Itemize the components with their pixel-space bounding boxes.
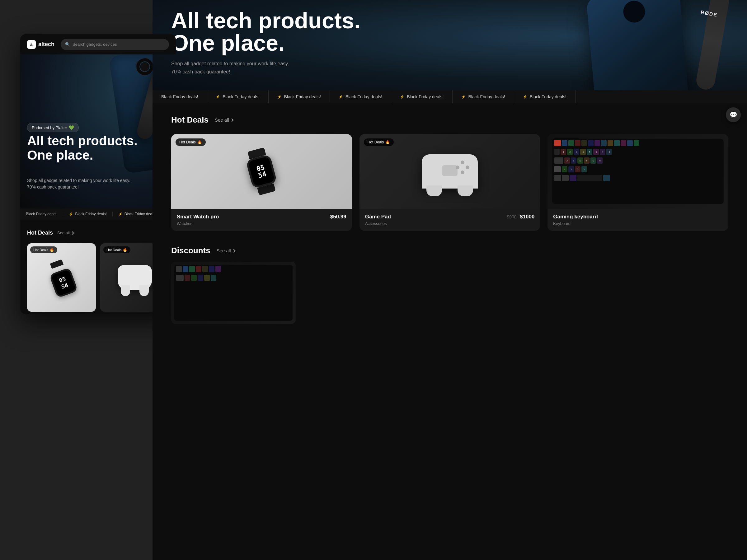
discount-key-5 xyxy=(202,266,208,272)
fire-icon: 🔥 xyxy=(50,248,54,252)
discounts-see-all[interactable]: See all xyxy=(216,248,235,253)
left-see-all[interactable]: See all xyxy=(57,231,74,235)
gamepad-grip-left-lg xyxy=(427,185,442,196)
keyboard-row-1 xyxy=(552,139,724,148)
keyboard-product-category: Keyboard xyxy=(553,221,598,226)
key-a: A xyxy=(564,157,570,164)
right-ticker-item-7: ⚡ Black Friday deals! xyxy=(514,90,575,103)
discounts-title: Discounts xyxy=(171,246,210,256)
watch-price-area: $50.99 xyxy=(330,214,346,220)
left-hot-deals-title: Hot Deals xyxy=(27,230,53,236)
key-x: X xyxy=(568,166,574,172)
right-ticker-5-label: Black Friday deals! xyxy=(407,94,443,99)
hot-deals-section-header: Hot Deals See all xyxy=(171,115,728,125)
right-ticker-bolt-1: ⚡ xyxy=(216,95,220,99)
left-products-row: Hot Deals 🔥 0554 Hot Deals xyxy=(27,243,169,312)
key-c: C xyxy=(575,166,581,172)
key-f7 xyxy=(601,140,607,146)
right-ticker-item-2: ⚡ Black Friday deals! xyxy=(207,90,268,103)
key-f10 xyxy=(621,140,626,146)
gamepad-btn-top xyxy=(461,161,464,164)
gamepad-card-info: Game Pad Accessories $900 $1000 xyxy=(360,209,540,231)
right-ticker-4-label: Black Friday deals! xyxy=(345,94,382,99)
key-5: 5 xyxy=(587,149,592,155)
discount-key-q xyxy=(185,275,190,281)
key-2: 2 xyxy=(567,149,573,155)
key-z: Z xyxy=(562,166,567,172)
gamepad-grip-right xyxy=(139,285,149,296)
watch-name-group: Smart Watch pro Watches xyxy=(177,214,219,226)
watch-hot-badge-text: Hot Deals xyxy=(179,140,196,144)
right-ticker-7-label: Black Friday deals! xyxy=(530,94,566,99)
key-ctrl xyxy=(554,175,561,181)
hot-deals-badge-left-watch: Hot Deals 🔥 xyxy=(30,246,57,253)
keyboard-row-5 xyxy=(552,174,724,182)
search-bar[interactable]: 🔍 Search gadgets, devices xyxy=(61,39,169,50)
discount-key-t xyxy=(211,275,216,281)
key-f11 xyxy=(627,140,633,146)
discount-key-1 xyxy=(176,266,182,272)
subtitle-line1: Shop all gadget related to making your w… xyxy=(27,177,169,184)
ticker-item-1-label: Black Friday deals! xyxy=(26,212,57,216)
key-space xyxy=(577,175,602,181)
right-ticker-bolt-4: ⚡ xyxy=(400,95,404,99)
watch-product-card[interactable]: Hot Deals 🔥 0554 xyxy=(171,134,352,231)
keyboard-name-group: Gaming keyboard Keyboard xyxy=(553,214,598,226)
gamepad-large-display xyxy=(422,154,478,189)
key-h: H xyxy=(597,157,602,164)
key-f4 xyxy=(582,140,587,146)
keyboard-card-info: Gaming keyboard Keyboard xyxy=(547,209,728,231)
right-ticker-bolt-3: ⚡ xyxy=(339,95,343,99)
right-ticker-item-5: ⚡ Black Friday deals! xyxy=(391,90,453,103)
key-f5 xyxy=(588,140,594,146)
right-hot-deals: Hot Deals See all Hot Deals 🔥 xyxy=(171,115,728,231)
hot-deals-badge-left-gamepad: Hot Deals 🔥 xyxy=(103,246,130,253)
watch-product-image: Hot Deals 🔥 0554 xyxy=(171,134,352,209)
gamepad-product-name: Game Pad xyxy=(365,214,391,220)
key-caps xyxy=(554,157,563,164)
keyboard-product-image: Hot Deals 🔥 xyxy=(547,134,728,209)
keyboard-display: 1 2 3 4 5 6 7 8 A S xyxy=(552,139,724,204)
hot-deals-badge-text: Hot Deals xyxy=(33,248,48,252)
gamepad-product-image: Hot Deals 🔥 xyxy=(360,134,540,209)
gamepad-product-card[interactable]: Hot Deals 🔥 xyxy=(360,134,540,231)
search-placeholder: Search gadgets, devices xyxy=(73,42,117,47)
right-subtitle-line2: 70% cash back guarantee! xyxy=(171,68,320,76)
gamepad-price-area: $900 $1000 xyxy=(507,214,535,220)
keyboard-discount-card[interactable] xyxy=(171,262,296,324)
products-row: Hot Deals 🔥 0554 xyxy=(171,134,728,231)
right-ticker-6-label: Black Friday deals! xyxy=(468,94,505,99)
ticker-bolt-icon: ⚡ xyxy=(69,212,73,216)
key-tilde xyxy=(554,149,560,155)
left-watch-card[interactable]: Hot Deals 🔥 0554 xyxy=(27,243,96,312)
title-line2: One place. xyxy=(27,148,169,162)
discount-key-e xyxy=(198,275,203,281)
key-f3 xyxy=(575,140,581,146)
watch-fire-icon: 🔥 xyxy=(197,140,202,144)
endorsed-text: Endorsed by Plaiter xyxy=(32,125,67,130)
gamepad-btn-bottom xyxy=(461,170,464,174)
chevron-right-icon xyxy=(70,231,74,235)
key-option xyxy=(562,175,569,181)
watch-product-category: Watches xyxy=(177,221,219,226)
hot-deals-see-all[interactable]: See all xyxy=(215,117,233,123)
keyboard-row-4: Z X C V xyxy=(552,165,724,174)
keyboard-product-card[interactable]: Hot Deals 🔥 xyxy=(547,134,728,231)
watch-price: $50.99 xyxy=(330,214,346,220)
keyboard-discount-row-2 xyxy=(174,273,292,282)
subtitle-line2: 70% cash back guarantee! xyxy=(27,184,169,190)
right-ticker-item-4: ⚡ Black Friday deals! xyxy=(330,90,391,103)
key-f2 xyxy=(568,140,574,146)
watch-screen: 0554 xyxy=(51,269,76,296)
discounts-header: Discounts See all xyxy=(171,246,728,256)
key-d: D xyxy=(577,157,583,164)
hot-deals-badge-gamepad-text: Hot Deals xyxy=(106,248,121,252)
key-8: 8 xyxy=(606,149,612,155)
gamepad-card-header: Game Pad Accessories $900 $1000 xyxy=(365,214,535,226)
discount-key-7 xyxy=(215,266,221,272)
key-s: S xyxy=(571,157,576,164)
gamepad-grip-right-lg xyxy=(458,185,473,196)
hot-deals-chevron-icon xyxy=(230,118,233,122)
search-icon: 🔍 xyxy=(65,42,70,47)
gamepad-buttons xyxy=(456,161,470,175)
